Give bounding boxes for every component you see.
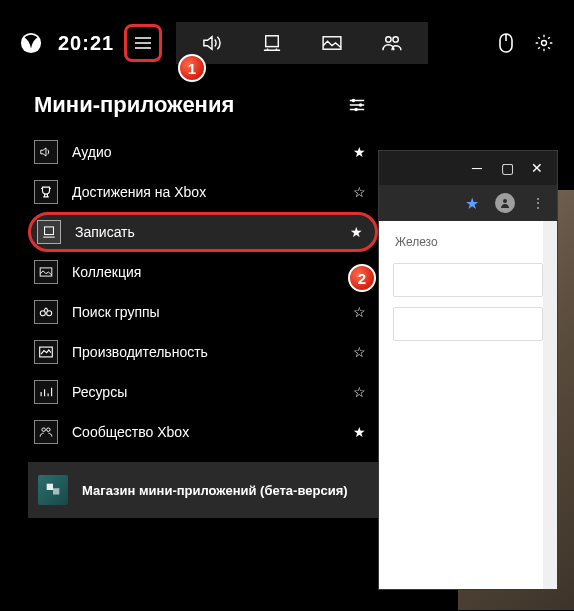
star-icon[interactable]: ★ <box>353 144 366 160</box>
social-tab[interactable] <box>362 22 422 64</box>
resources-icon <box>34 380 58 404</box>
input-field-1[interactable] <box>393 263 543 297</box>
speaker-icon <box>201 34 223 52</box>
item-label: Ресурсы <box>72 384 339 400</box>
gear-icon <box>534 33 554 53</box>
widgets-list: Аудио ★ Достижения на Xbox ☆ Записать ★ … <box>28 132 378 518</box>
gallery-icon <box>321 35 343 51</box>
trophy-icon <box>34 180 58 204</box>
step-callout-2: 2 <box>348 264 376 292</box>
bookmark-star-icon[interactable]: ★ <box>465 194 479 213</box>
svg-point-17 <box>47 428 51 432</box>
panel-settings-button[interactable] <box>348 96 366 114</box>
star-icon[interactable]: ★ <box>353 424 366 440</box>
item-label: Достижения на Xbox <box>72 184 339 200</box>
people-icon <box>381 34 403 52</box>
kebab-menu-icon[interactable]: ⋮ <box>531 195 545 211</box>
browser-content: Железо <box>379 221 557 361</box>
section-label: Железо <box>379 231 557 253</box>
browser-toolbar: ★ ⋮ <box>379 185 557 221</box>
collection-icon <box>34 260 58 284</box>
widget-item-resources[interactable]: Ресурсы ☆ <box>28 372 378 412</box>
scrollbar[interactable] <box>543 221 557 589</box>
svg-point-10 <box>354 108 358 112</box>
item-label: Поиск группы <box>72 304 339 320</box>
input-field-2[interactable] <box>393 307 543 341</box>
store-icon <box>38 475 68 505</box>
item-label: Производительность <box>72 344 339 360</box>
widget-item-achievements[interactable]: Достижения на Xbox ☆ <box>28 172 378 212</box>
widget-item-collection[interactable]: Коллекция ☆ <box>28 252 378 292</box>
svg-point-0 <box>503 199 507 203</box>
widgets-panel: Мини-приложения Аудио ★ Достижения на Xb… <box>28 88 378 518</box>
widgets-menu-button[interactable] <box>124 24 162 62</box>
game-bar-top: 20:21 <box>20 22 554 64</box>
step-callout-1: 1 <box>178 54 206 82</box>
minimize-icon[interactable]: ─ <box>471 162 483 174</box>
widget-item-performance[interactable]: Производительность ☆ <box>28 332 378 372</box>
svg-point-5 <box>393 37 398 42</box>
window-titlebar: ─ ▢ ✕ <box>379 151 557 185</box>
speaker-icon <box>34 140 58 164</box>
background-browser-window: ─ ▢ ✕ ★ ⋮ Железо <box>378 150 558 590</box>
performance-icon <box>34 340 58 364</box>
panel-header: Мини-приложения <box>28 88 378 132</box>
hamburger-icon <box>134 36 152 50</box>
star-icon[interactable]: ★ <box>350 224 363 240</box>
gallery-tab[interactable] <box>302 22 362 64</box>
panel-title: Мини-приложения <box>34 92 234 118</box>
capture-icon <box>262 34 282 52</box>
binoculars-icon <box>34 300 58 324</box>
svg-point-13 <box>40 311 45 316</box>
widget-item-community[interactable]: Сообщество Xbox ★ <box>28 412 378 452</box>
item-label: Коллекция <box>72 264 339 280</box>
item-label: Сообщество Xbox <box>72 424 339 440</box>
capture-tab[interactable] <box>242 22 302 64</box>
widget-item-capture[interactable]: Записать ★ <box>28 212 378 252</box>
item-label: Записать <box>75 224 336 240</box>
svg-rect-18 <box>47 484 53 490</box>
svg-rect-2 <box>266 36 279 47</box>
pinned-widgets-strip <box>176 22 428 64</box>
profile-avatar[interactable] <box>495 193 515 213</box>
clock: 20:21 <box>58 32 114 55</box>
svg-point-8 <box>352 99 356 103</box>
svg-point-16 <box>42 428 46 432</box>
star-icon[interactable]: ☆ <box>353 344 366 360</box>
community-icon <box>34 420 58 444</box>
store-label: Магазин мини-приложений (бета-версия) <box>82 483 348 498</box>
star-icon[interactable]: ☆ <box>353 304 366 320</box>
svg-point-9 <box>359 103 363 107</box>
svg-rect-11 <box>45 227 54 235</box>
svg-point-7 <box>542 41 547 46</box>
record-icon <box>37 220 61 244</box>
close-icon[interactable]: ✕ <box>531 162 543 174</box>
svg-rect-19 <box>53 488 59 494</box>
sliders-icon <box>348 96 366 114</box>
widget-store-button[interactable]: Магазин мини-приложений (бета-версия) <box>28 462 378 518</box>
star-icon[interactable]: ☆ <box>353 384 366 400</box>
settings-button[interactable] <box>534 33 554 53</box>
widget-item-lfg[interactable]: Поиск группы ☆ <box>28 292 378 332</box>
xbox-logo-icon[interactable] <box>20 32 58 54</box>
mouse-indicator-icon <box>496 33 516 53</box>
maximize-icon[interactable]: ▢ <box>501 162 513 174</box>
svg-point-4 <box>386 37 391 42</box>
widget-item-audio[interactable]: Аудио ★ <box>28 132 378 172</box>
svg-point-14 <box>47 311 52 316</box>
item-label: Аудио <box>72 144 339 160</box>
star-icon[interactable]: ☆ <box>353 184 366 200</box>
